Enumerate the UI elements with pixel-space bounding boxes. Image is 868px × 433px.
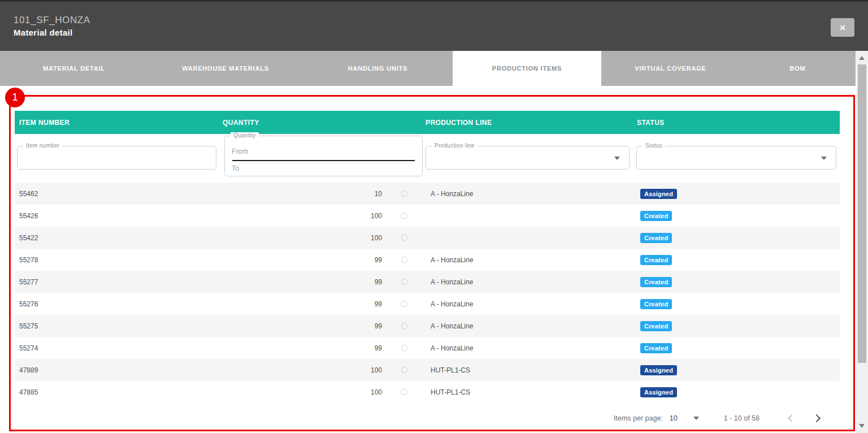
status-badge: Assigned [640, 365, 677, 375]
cell-item-number: 55422 [15, 234, 223, 242]
table-row[interactable]: 55278 99 A - HonzaLine Created [15, 249, 840, 271]
sync-icon [401, 279, 407, 285]
cell-quantity: 100 [223, 234, 383, 242]
table-row[interactable]: 47889 100 HUT-PL1-CS Assigned [15, 359, 840, 381]
cell-item-number: 55276 [15, 300, 223, 308]
quantity-filter-label: Quantity [231, 132, 259, 138]
sync-icon [401, 345, 407, 351]
cell-production-line: HUT-PL1-CS [426, 388, 635, 396]
item-number-filter-input[interactable] [24, 146, 209, 169]
quantity-from-input[interactable] [232, 145, 415, 158]
sync-icon [401, 235, 407, 241]
status-badge: Assigned [640, 189, 677, 199]
modal-titlebar: 101_SF_HONZA Material detail ✕ [0, 0, 868, 51]
table-body: 55462 10 A - HonzaLine Assigned 55426 10… [15, 183, 840, 403]
scrollbar-thumb[interactable] [858, 64, 866, 363]
production-line-filter-select[interactable]: Production line [426, 146, 630, 170]
cell-item-number: 55462 [15, 190, 223, 198]
sync-icon [401, 190, 407, 197]
sync-icon [401, 257, 407, 263]
quantity-filter-group: Quantity [224, 136, 423, 176]
status-badge: Assigned [640, 387, 677, 397]
sync-icon [401, 323, 407, 329]
paginator: Items per page: 10 1 - 10 of 58 [15, 407, 840, 430]
status-badge: Created [640, 211, 672, 221]
column-header-item-number: ITEM NUMBER [15, 119, 223, 127]
scroll-down-icon[interactable] [859, 424, 865, 428]
chevron-down-icon [614, 157, 620, 160]
sync-icon [401, 213, 407, 219]
sync-icon [401, 389, 407, 395]
cell-production-line: A - HonzaLine [426, 344, 635, 352]
item-number-filter: Item number [17, 146, 216, 170]
cell-item-number: 55277 [15, 278, 223, 286]
table-header-row: ITEM NUMBER QUANTITY PRODUCTION LINE STA… [15, 111, 840, 134]
status-badge: Created [640, 233, 672, 243]
tab-material-detail[interactable]: MATERIAL DETAIL [0, 51, 148, 86]
scrollbar[interactable] [856, 51, 868, 433]
items-per-page-select[interactable]: 10 [670, 414, 699, 422]
table-row[interactable]: 47885 100 HUT-PL1-CS Assigned [15, 381, 840, 403]
sync-icon [401, 301, 407, 307]
cell-item-number: 55275 [15, 322, 223, 330]
quantity-to-input[interactable] [232, 162, 415, 175]
column-header-production-line: PRODUCTION LINE [426, 119, 635, 127]
cell-production-line: A - HonzaLine [426, 256, 635, 264]
status-badge: Created [640, 321, 672, 331]
column-header-status: STATUS [635, 119, 840, 127]
cell-quantity: 99 [223, 344, 383, 352]
page-range-label: 1 - 10 of 58 [724, 414, 760, 422]
chevron-down-icon [821, 157, 827, 160]
cell-item-number: 55278 [15, 256, 223, 264]
cell-item-number: 47885 [15, 388, 223, 396]
tab-virtual-coverage[interactable]: VIRTUAL COVERAGE [601, 51, 740, 86]
cell-quantity: 100 [223, 366, 383, 374]
table-row[interactable]: 55275 99 A - HonzaLine Created [15, 315, 840, 337]
scroll-up-icon[interactable] [859, 56, 865, 60]
cell-quantity: 99 [223, 256, 383, 264]
table-row[interactable]: 55277 99 A - HonzaLine Created [15, 271, 840, 293]
sync-icon [401, 367, 407, 373]
table-row[interactable]: 55462 10 A - HonzaLine Assigned [15, 183, 840, 205]
tab-warehouse-materials[interactable]: WAREHOUSE MATERIALS [148, 51, 303, 86]
cell-quantity: 99 [223, 322, 383, 330]
cell-quantity: 99 [223, 278, 383, 286]
table-row[interactable]: 55422 100 Created [15, 227, 840, 249]
table-row[interactable]: 55276 99 A - HonzaLine Created [15, 293, 840, 315]
items-per-page-label: Items per page: [614, 414, 663, 422]
cell-production-line: A - HonzaLine [426, 190, 635, 198]
cell-production-line: A - HonzaLine [426, 322, 635, 330]
column-header-quantity: QUANTITY [223, 119, 426, 127]
cell-item-number: 55426 [15, 212, 223, 220]
cell-quantity: 10 [223, 190, 383, 198]
next-page-button[interactable] [813, 414, 821, 422]
table-row[interactable]: 55274 99 A - HonzaLine Created [15, 337, 840, 359]
status-badge: Created [640, 277, 672, 287]
material-detail-modal: 101_SF_HONZA Material detail ✕ MATERIAL … [0, 0, 868, 433]
page-subtitle: Material detail [14, 28, 73, 37]
close-icon: ✕ [839, 23, 846, 32]
cell-quantity: 100 [223, 388, 383, 396]
cell-item-number: 55274 [15, 344, 223, 352]
chevron-down-icon [693, 417, 699, 420]
production-line-filter-label: Production line [432, 142, 478, 149]
cell-quantity: 99 [223, 300, 383, 308]
status-filter-select[interactable]: Status [636, 146, 836, 170]
status-badge: Created [640, 255, 672, 265]
cell-production-line: A - HonzaLine [426, 278, 635, 286]
status-badge: Created [640, 299, 672, 309]
table-row[interactable]: 55426 100 Created [15, 205, 840, 227]
annotation-badge: 1 [5, 88, 25, 107]
status-filter-label: Status [643, 142, 665, 149]
tab-handling-units[interactable]: HANDLING UNITS [303, 51, 453, 86]
close-button[interactable]: ✕ [831, 18, 854, 37]
cell-quantity: 100 [223, 212, 383, 220]
status-badge: Created [640, 343, 672, 353]
tab-production-items[interactable]: PRODUCTION ITEMS [453, 51, 601, 86]
quantity-from-underline [232, 160, 415, 161]
previous-page-button[interactable] [788, 414, 796, 422]
tab-bom[interactable]: BOM [740, 51, 856, 86]
cell-production-line: HUT-PL1-CS [426, 366, 635, 374]
items-per-page-value: 10 [670, 414, 678, 422]
window-title: 101_SF_HONZA [14, 15, 90, 26]
